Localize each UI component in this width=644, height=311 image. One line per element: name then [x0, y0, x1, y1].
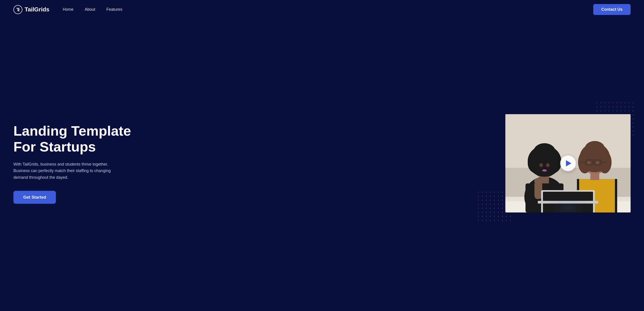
logo-text: TailGrids — [24, 6, 50, 13]
nav-link-about[interactable]: About — [85, 7, 95, 12]
nav-item-home[interactable]: Home — [63, 7, 74, 12]
nav-links: Home About Features — [63, 7, 122, 12]
contact-button[interactable]: Contact Us — [593, 4, 630, 15]
nav-link-features[interactable]: Features — [106, 7, 122, 12]
svg-point-17 — [534, 178, 542, 185]
navbar: TailGrids Home About Features Contact Us — [0, 0, 644, 19]
nav-item-about[interactable]: About — [85, 7, 95, 12]
play-button[interactable] — [560, 155, 576, 171]
play-icon — [566, 160, 571, 166]
hero-description: With TailGrids, business and students th… — [14, 161, 121, 181]
logo-link[interactable]: TailGrids — [14, 5, 50, 14]
hero-title: Landing Template For Startups — [14, 123, 143, 155]
nav-link-home[interactable]: Home — [63, 7, 74, 12]
svg-point-13 — [539, 163, 543, 167]
svg-point-27 — [585, 141, 605, 157]
svg-rect-21 — [615, 179, 617, 213]
svg-point-33 — [588, 161, 590, 164]
svg-point-12 — [533, 143, 556, 161]
svg-point-34 — [596, 161, 599, 164]
svg-point-14 — [546, 163, 550, 167]
get-started-button[interactable]: Get Started — [14, 191, 56, 204]
hero-section: Landing Template For Startups With TailG… — [0, 19, 644, 311]
svg-rect-38 — [543, 192, 593, 213]
nav-item-features[interactable]: Features — [106, 7, 122, 12]
logo-icon — [14, 5, 22, 14]
hero-content: Landing Template For Startups With TailG… — [14, 123, 143, 204]
nav-left: TailGrids Home About Features — [14, 5, 122, 14]
svg-point-15 — [542, 169, 547, 172]
hero-visual — [478, 114, 630, 213]
hero-image — [505, 114, 630, 213]
